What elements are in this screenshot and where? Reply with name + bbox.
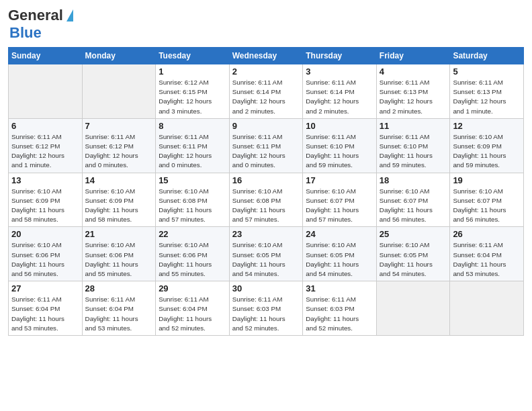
calendar-cell: 7Sunrise: 6:11 AM Sunset: 6:12 PM Daylig… xyxy=(82,118,156,173)
calendar-cell: 2Sunrise: 6:11 AM Sunset: 6:14 PM Daylig… xyxy=(229,64,303,119)
day-detail: Sunrise: 6:10 AM Sunset: 6:07 PM Dayligh… xyxy=(380,187,447,225)
day-detail: Sunrise: 6:11 AM Sunset: 6:14 PM Dayligh… xyxy=(306,78,373,116)
weekday-header-monday: Monday xyxy=(82,48,156,64)
logo-blue: Blue xyxy=(9,24,42,42)
week-row-5: 27Sunrise: 6:11 AM Sunset: 6:04 PM Dayli… xyxy=(9,281,524,336)
day-number: 9 xyxy=(232,121,300,131)
calendar-cell: 13Sunrise: 6:10 AM Sunset: 6:09 PM Dayli… xyxy=(9,173,83,227)
day-detail: Sunrise: 6:10 AM Sunset: 6:07 PM Dayligh… xyxy=(306,187,373,225)
day-detail: Sunrise: 6:11 AM Sunset: 6:12 PM Dayligh… xyxy=(85,132,153,171)
day-detail: Sunrise: 6:10 AM Sunset: 6:09 PM Dayligh… xyxy=(85,187,153,225)
calendar-cell: 17Sunrise: 6:10 AM Sunset: 6:07 PM Dayli… xyxy=(303,173,377,227)
day-detail: Sunrise: 6:11 AM Sunset: 6:10 PM Dayligh… xyxy=(380,132,447,171)
day-number: 30 xyxy=(232,283,300,293)
day-detail: Sunrise: 6:11 AM Sunset: 6:12 PM Dayligh… xyxy=(11,132,79,171)
day-number: 14 xyxy=(85,175,153,185)
calendar-cell: 12Sunrise: 6:10 AM Sunset: 6:09 PM Dayli… xyxy=(450,118,524,173)
day-detail: Sunrise: 6:11 AM Sunset: 6:04 PM Dayligh… xyxy=(453,240,521,279)
day-number: 19 xyxy=(453,175,521,185)
day-number: 8 xyxy=(159,121,226,131)
calendar-cell: 9Sunrise: 6:11 AM Sunset: 6:11 PM Daylig… xyxy=(229,118,303,173)
day-detail: Sunrise: 6:10 AM Sunset: 6:05 PM Dayligh… xyxy=(232,240,300,279)
day-detail: Sunrise: 6:11 AM Sunset: 6:14 PM Dayligh… xyxy=(232,78,300,116)
week-row-3: 13Sunrise: 6:10 AM Sunset: 6:09 PM Dayli… xyxy=(9,173,524,227)
day-detail: Sunrise: 6:11 AM Sunset: 6:10 PM Dayligh… xyxy=(306,132,373,171)
header: General Blue xyxy=(8,7,524,42)
logo-triangle-icon xyxy=(66,9,73,21)
day-number: 17 xyxy=(306,175,373,185)
day-number: 16 xyxy=(232,175,300,185)
day-number: 22 xyxy=(159,229,226,239)
calendar-cell: 16Sunrise: 6:10 AM Sunset: 6:08 PM Dayli… xyxy=(229,173,303,227)
day-number: 27 xyxy=(11,283,79,293)
day-detail: Sunrise: 6:10 AM Sunset: 6:06 PM Dayligh… xyxy=(11,240,79,279)
calendar-cell xyxy=(376,281,450,336)
calendar-cell: 14Sunrise: 6:10 AM Sunset: 6:09 PM Dayli… xyxy=(82,173,156,227)
calendar-cell: 29Sunrise: 6:11 AM Sunset: 6:04 PM Dayli… xyxy=(156,281,230,336)
day-detail: Sunrise: 6:11 AM Sunset: 6:04 PM Dayligh… xyxy=(159,295,226,333)
week-row-1: 1Sunrise: 6:12 AM Sunset: 6:15 PM Daylig… xyxy=(9,64,524,119)
weekday-header-saturday: Saturday xyxy=(450,48,524,64)
calendar-cell: 15Sunrise: 6:10 AM Sunset: 6:08 PM Dayli… xyxy=(156,173,230,227)
day-detail: Sunrise: 6:10 AM Sunset: 6:05 PM Dayligh… xyxy=(306,240,373,279)
calendar-cell xyxy=(82,64,156,119)
calendar-cell xyxy=(450,281,524,336)
day-number: 12 xyxy=(453,121,521,131)
weekday-header-thursday: Thursday xyxy=(303,48,377,64)
day-detail: Sunrise: 6:10 AM Sunset: 6:06 PM Dayligh… xyxy=(85,240,153,279)
calendar-cell: 26Sunrise: 6:11 AM Sunset: 6:04 PM Dayli… xyxy=(450,227,524,281)
calendar-cell: 24Sunrise: 6:10 AM Sunset: 6:05 PM Dayli… xyxy=(303,227,377,281)
weekday-header-row: SundayMondayTuesdayWednesdayThursdayFrid… xyxy=(9,48,524,64)
calendar-table: SundayMondayTuesdayWednesdayThursdayFrid… xyxy=(8,47,524,336)
page-container: General Blue SundayMondayTuesdayWednesda… xyxy=(0,0,532,411)
day-detail: Sunrise: 6:11 AM Sunset: 6:11 PM Dayligh… xyxy=(159,132,226,171)
weekday-header-sunday: Sunday xyxy=(9,48,83,64)
day-detail: Sunrise: 6:12 AM Sunset: 6:15 PM Dayligh… xyxy=(159,78,226,116)
calendar-cell: 3Sunrise: 6:11 AM Sunset: 6:14 PM Daylig… xyxy=(303,64,377,119)
day-number: 26 xyxy=(453,229,521,239)
day-number: 31 xyxy=(306,283,373,293)
day-number: 29 xyxy=(159,283,226,293)
calendar-cell: 21Sunrise: 6:10 AM Sunset: 6:06 PM Dayli… xyxy=(82,227,156,281)
calendar-cell: 27Sunrise: 6:11 AM Sunset: 6:04 PM Dayli… xyxy=(9,281,83,336)
day-detail: Sunrise: 6:11 AM Sunset: 6:03 PM Dayligh… xyxy=(306,295,373,333)
day-number: 7 xyxy=(85,121,153,131)
week-row-2: 6Sunrise: 6:11 AM Sunset: 6:12 PM Daylig… xyxy=(9,118,524,173)
calendar-cell: 22Sunrise: 6:10 AM Sunset: 6:06 PM Dayli… xyxy=(156,227,230,281)
calendar-cell: 11Sunrise: 6:11 AM Sunset: 6:10 PM Dayli… xyxy=(376,118,450,173)
day-detail: Sunrise: 6:11 AM Sunset: 6:11 PM Dayligh… xyxy=(232,132,300,171)
calendar-cell: 30Sunrise: 6:11 AM Sunset: 6:03 PM Dayli… xyxy=(229,281,303,336)
day-number: 1 xyxy=(159,66,226,77)
calendar-cell xyxy=(9,64,83,119)
day-number: 25 xyxy=(380,229,447,239)
day-number: 11 xyxy=(380,121,447,131)
day-number: 5 xyxy=(453,66,521,77)
day-number: 18 xyxy=(380,175,447,185)
day-number: 2 xyxy=(232,66,300,77)
day-detail: Sunrise: 6:10 AM Sunset: 6:05 PM Dayligh… xyxy=(380,240,447,279)
calendar-cell: 28Sunrise: 6:11 AM Sunset: 6:04 PM Dayli… xyxy=(82,281,156,336)
day-number: 20 xyxy=(11,229,79,239)
day-detail: Sunrise: 6:11 AM Sunset: 6:13 PM Dayligh… xyxy=(380,78,447,116)
week-row-4: 20Sunrise: 6:10 AM Sunset: 6:06 PM Dayli… xyxy=(9,227,524,281)
day-detail: Sunrise: 6:10 AM Sunset: 6:09 PM Dayligh… xyxy=(453,132,521,171)
logo-general: General xyxy=(8,7,63,24)
day-detail: Sunrise: 6:11 AM Sunset: 6:04 PM Dayligh… xyxy=(11,295,79,333)
day-number: 15 xyxy=(159,175,226,185)
day-number: 3 xyxy=(306,66,373,77)
calendar-cell: 1Sunrise: 6:12 AM Sunset: 6:15 PM Daylig… xyxy=(156,64,230,119)
day-number: 24 xyxy=(306,229,373,239)
calendar-cell: 19Sunrise: 6:10 AM Sunset: 6:07 PM Dayli… xyxy=(450,173,524,227)
weekday-header-wednesday: Wednesday xyxy=(229,48,303,64)
calendar-cell: 5Sunrise: 6:11 AM Sunset: 6:13 PM Daylig… xyxy=(450,64,524,119)
weekday-header-friday: Friday xyxy=(376,48,450,64)
day-number: 13 xyxy=(11,175,79,185)
calendar-cell: 4Sunrise: 6:11 AM Sunset: 6:13 PM Daylig… xyxy=(376,64,450,119)
day-detail: Sunrise: 6:10 AM Sunset: 6:08 PM Dayligh… xyxy=(232,187,300,225)
day-detail: Sunrise: 6:11 AM Sunset: 6:13 PM Dayligh… xyxy=(453,78,521,116)
day-detail: Sunrise: 6:10 AM Sunset: 6:08 PM Dayligh… xyxy=(159,187,226,225)
calendar-cell: 6Sunrise: 6:11 AM Sunset: 6:12 PM Daylig… xyxy=(9,118,83,173)
day-detail: Sunrise: 6:11 AM Sunset: 6:04 PM Dayligh… xyxy=(85,295,153,333)
logo-image: General xyxy=(8,7,73,24)
calendar-cell: 31Sunrise: 6:11 AM Sunset: 6:03 PM Dayli… xyxy=(303,281,377,336)
